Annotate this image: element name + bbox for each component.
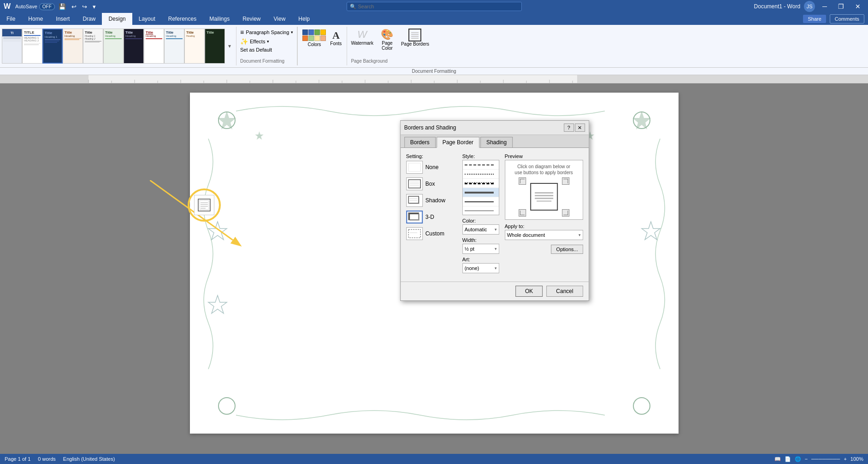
redo-button[interactable]: ↪ — [80, 2, 89, 11]
word-icon: W — [4, 2, 11, 11]
preview-document — [530, 183, 558, 211]
page-bg-buttons: W Watermark 🎨 Page Color Page Borders — [351, 29, 429, 59]
border-top-left-btn[interactable] — [519, 177, 526, 185]
search-bar[interactable]: 🔍 — [347, 2, 522, 11]
zoom-in[interactable]: + — [844, 456, 846, 462]
save-button[interactable]: 💾 — [57, 2, 68, 11]
dialog-footer: OK Cancel — [401, 282, 589, 300]
theme-item-1[interactable]: TI — [2, 29, 22, 64]
theme-item-2[interactable]: TITLE HEADING 1 HEADING 2 — [22, 29, 42, 64]
theme-item-10[interactable]: Title Heading — [184, 29, 205, 64]
width-dropdown[interactable]: ½ pt ▾ — [462, 244, 499, 254]
view-read[interactable]: 📖 — [774, 456, 781, 462]
tab-home[interactable]: Home — [22, 13, 49, 25]
tab-help[interactable]: Help — [292, 13, 316, 25]
share-button[interactable]: Share — [803, 15, 826, 23]
view-web[interactable]: 🌐 — [795, 456, 801, 462]
tab-review[interactable]: Review — [236, 13, 267, 25]
app-title: Document1 - Word — [754, 3, 800, 10]
setting-box-icon — [406, 177, 423, 190]
theme-item-9[interactable]: Title Heading — [164, 29, 184, 64]
paragraph-spacing-arrow: ▾ — [291, 30, 293, 35]
page-background-label: Page Background — [351, 59, 429, 64]
minimize-button[interactable]: ─ — [819, 2, 831, 11]
svg-point-30 — [633, 398, 650, 414]
autosave-toggle[interactable]: OFF — [39, 3, 55, 10]
tab-mailings[interactable]: Mailings — [203, 13, 236, 25]
tab-layout[interactable]: Layout — [132, 13, 162, 25]
options-button[interactable]: Options... — [551, 245, 583, 254]
restore-button[interactable]: ❐ — [834, 2, 848, 11]
style-line-1[interactable] — [463, 160, 499, 170]
setting-shadow[interactable]: Shadow — [406, 194, 457, 207]
dialog-help-button[interactable]: ? — [564, 123, 574, 132]
page-borders-button[interactable]: Page Borders — [401, 29, 429, 47]
style-line-5[interactable] — [463, 197, 499, 206]
title-bar: W AutoSave OFF 💾 ↩ ↪ ▾ 🔍 Document1 - Wor… — [0, 0, 868, 13]
profile-icon[interactable]: JS — [804, 1, 815, 12]
setting-custom-icon — [406, 227, 423, 240]
setting-none[interactable]: None — [406, 161, 457, 174]
style-line-6[interactable] — [463, 206, 499, 215]
style-line-3[interactable] — [463, 179, 499, 188]
cancel-button[interactable]: Cancel — [546, 286, 583, 297]
style-line-2[interactable] — [463, 170, 499, 179]
setting-3d[interactable]: 3-D — [406, 211, 457, 223]
word-count: 0 words — [38, 456, 56, 462]
close-button[interactable]: ✕ — [851, 2, 864, 11]
tab-file[interactable]: File — [0, 13, 22, 25]
theme-item-5[interactable]: Title Heading 1 Heading 2 — [83, 29, 103, 64]
art-dropdown[interactable]: (none) ▾ — [462, 263, 499, 273]
page-color-button[interactable]: 🎨 Page Color — [377, 29, 397, 51]
comments-button[interactable]: Comments — [830, 14, 864, 23]
border-bottom-left-btn[interactable] — [519, 209, 526, 217]
svg-marker-34 — [208, 295, 227, 313]
setting-box[interactable]: Box — [406, 177, 457, 190]
svg-rect-1 — [0, 75, 89, 83]
svg-marker-31 — [255, 131, 263, 140]
theme-item-6[interactable]: Title Heading — [103, 29, 124, 64]
customize-button[interactable]: ▾ — [91, 2, 98, 11]
theme-item-7[interactable]: Title Heading — [124, 29, 144, 64]
style-label: Style: — [462, 153, 499, 159]
theme-item-4[interactable]: Title Heading — [63, 29, 83, 64]
paragraph-spacing-button[interactable]: ≡ Paragraph Spacing ▾ — [240, 29, 293, 36]
setting-custom[interactable]: Custom — [406, 227, 457, 240]
tab-references[interactable]: References — [162, 13, 203, 25]
borders-shading-dialog[interactable]: Borders and Shading ? ✕ Borders Page Bor… — [400, 120, 589, 301]
effects-button[interactable]: ✨ Effects ▾ — [240, 38, 269, 45]
border-top-right-btn[interactable] — [562, 177, 569, 185]
style-line-4[interactable] — [463, 188, 499, 197]
tab-design[interactable]: Design — [102, 13, 132, 25]
tab-insert[interactable]: Insert — [49, 13, 76, 25]
colors-button[interactable]: Colors — [301, 29, 327, 48]
dialog-close-button[interactable]: ✕ — [575, 123, 585, 132]
theme-item-active[interactable]: Title Heading 1 — [42, 29, 63, 64]
svg-rect-50 — [408, 196, 419, 203]
svg-rect-44 — [408, 163, 420, 171]
border-bottom-right-btn[interactable] — [562, 209, 569, 217]
dialog-tab-shading[interactable]: Shading — [480, 137, 513, 147]
zoom-out[interactable]: − — [805, 456, 808, 462]
theme-item-8[interactable]: Title Heading — [144, 29, 164, 64]
gallery-scroll-down[interactable]: ▾ — [225, 29, 234, 64]
dialog-tab-borders[interactable]: Borders — [404, 137, 436, 147]
preview-instruction: Click on diagram below oruse buttons to … — [515, 164, 573, 176]
style-scroll-area[interactable] — [462, 160, 499, 215]
color-dropdown[interactable]: Automatic ▾ — [462, 224, 499, 235]
tab-view[interactable]: View — [267, 13, 292, 25]
ok-button[interactable]: OK — [515, 286, 543, 297]
theme-item-11[interactable]: Title — [205, 29, 225, 64]
undo-button[interactable]: ↩ — [70, 2, 78, 11]
watermark-button[interactable]: W Watermark — [351, 29, 373, 46]
apply-to-dropdown[interactable]: Whole document ▾ — [505, 230, 583, 240]
zoom-slider[interactable]: ──────── — [811, 456, 840, 462]
search-input[interactable] — [358, 4, 506, 9]
page-color-label: Page — [382, 41, 392, 46]
fonts-button[interactable]: A Fonts — [329, 29, 343, 48]
tab-draw[interactable]: Draw — [76, 13, 102, 25]
dialog-title: Borders and Shading — [404, 124, 456, 131]
dialog-tab-page-border[interactable]: Page Border — [437, 137, 479, 148]
set-default-button[interactable]: Set as Default — [240, 47, 272, 53]
view-layout[interactable]: 📄 — [785, 456, 791, 462]
